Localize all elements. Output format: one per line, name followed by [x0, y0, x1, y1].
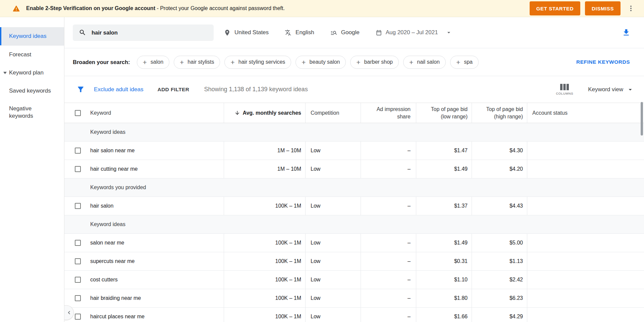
network-value: Google [341, 29, 360, 36]
sidebar-item-keyword-plan[interactable]: Keyword plan [0, 64, 64, 82]
row-checkbox[interactable] [75, 277, 81, 283]
top-of-page-bid-high-cell: $4.20 [472, 160, 527, 178]
table-row[interactable]: hair salon 100K – 1M Low – $1.37 $4.43 [64, 197, 644, 215]
row-checkbox[interactable] [75, 203, 81, 209]
ad-impression-share-cell: – [361, 160, 416, 178]
broaden-chip[interactable]: + hair styling services [224, 56, 291, 69]
table-row[interactable]: haircut places near me 100K – 1M Low – $… [64, 308, 644, 322]
ad-impression-share-cell: – [361, 252, 416, 270]
view-selector[interactable]: Keyword view [588, 86, 634, 93]
sidebar-item-keyword-ideas[interactable]: Keyword ideas [0, 27, 64, 45]
results-count: Showing 1,138 of 1,139 keyword ideas [204, 86, 308, 93]
search-box[interactable] [73, 24, 214, 41]
sidebar-item-label: Saved keywords [9, 88, 51, 94]
row-checkbox[interactable] [75, 295, 81, 301]
ad-impression-share-cell: – [361, 308, 416, 322]
table-header: Keyword Avg. monthly searches Competitio… [64, 103, 644, 123]
vertical-scrollbar-thumb[interactable] [641, 102, 643, 136]
avg-monthly-searches-cell: 100K – 1M [224, 271, 305, 289]
checkbox-cell [64, 289, 86, 307]
more-options-icon[interactable] [627, 5, 635, 12]
filter-bar: Exclude adult ideas ADD FILTER Showing 1… [64, 76, 644, 103]
plus-icon: + [302, 59, 306, 66]
row-checkbox[interactable] [75, 166, 81, 172]
table-row[interactable]: hair cutting near me 1M – 10M Low – $1.4… [64, 160, 644, 178]
sidebar-item-label: Keyword ideas [9, 33, 47, 40]
section-label: Keywords you provided [64, 184, 146, 191]
columns-button[interactable]: COLUMNS [556, 84, 573, 95]
table-row[interactable]: salon near me 100K – 1M Low – $1.49 $5.0… [64, 234, 644, 252]
header-top-of-page-bid-low[interactable]: Top of page bid (low range) [416, 103, 472, 123]
language-value: English [296, 29, 314, 36]
table-row[interactable]: hair braiding near me 100K – 1M Low – $1… [64, 289, 644, 308]
top-of-page-bid-high-cell: $4.30 [472, 142, 527, 160]
checkbox-cell [64, 197, 86, 215]
checkbox-cell [64, 160, 86, 178]
plus-icon: + [230, 59, 234, 66]
add-filter-button[interactable]: ADD FILTER [157, 87, 189, 93]
table-row[interactable]: hair salon near me 1M – 10M Low – $1.47 … [64, 142, 644, 160]
competition-cell: Low [305, 160, 361, 178]
location-setting[interactable]: United States [224, 29, 269, 36]
account-status-cell [527, 289, 644, 307]
refine-keywords-link[interactable]: REFINE KEYWORDS [576, 59, 630, 65]
header-competition[interactable]: Competition [305, 103, 361, 123]
keyword-cell: hair salon [86, 197, 224, 215]
header-ad-impression-share[interactable]: Ad impression share [361, 103, 416, 123]
sidebar: Keyword ideas Forecast Keyword plan Save… [0, 17, 64, 322]
row-checkbox[interactable] [75, 258, 81, 264]
competition-cell: Low [305, 271, 361, 289]
search-toolbar: United States English Google [64, 17, 644, 48]
network-setting[interactable]: Google [330, 29, 360, 36]
select-all-cell [64, 103, 86, 123]
header-account-status[interactable]: Account status [527, 103, 644, 123]
broaden-chip[interactable]: + spa [450, 56, 479, 69]
sidebar-item-forecast[interactable]: Forecast [0, 46, 64, 64]
sidebar-item-saved-keywords[interactable]: Saved keywords [0, 82, 64, 100]
broaden-chip[interactable]: + salon [137, 56, 170, 69]
top-of-page-bid-low-cell: $1.49 [416, 160, 472, 178]
table-row[interactable]: cost cutters 100K – 1M Low – $1.10 $2.42 [64, 271, 644, 289]
top-of-page-bid-high-cell: $6.23 [472, 289, 527, 307]
header-top-of-page-bid-high[interactable]: Top of page bid (high range) [472, 103, 527, 123]
checkbox-cell [64, 252, 86, 270]
download-icon [622, 28, 631, 37]
plus-icon: + [409, 59, 413, 66]
section-row: Keywords you provided [64, 178, 644, 197]
checkbox-cell [64, 271, 86, 289]
exclude-adult-ideas-link[interactable]: Exclude adult ideas [94, 86, 143, 93]
sidebar-item-negative-keywords[interactable]: Negative keywords [0, 100, 64, 125]
sort-descending-icon [234, 110, 240, 116]
row-checkbox[interactable] [75, 148, 81, 154]
date-range-setting[interactable]: Aug 2020 – Jul 2021 [376, 29, 452, 36]
broaden-chip[interactable]: + nail salon [403, 56, 446, 69]
header-avg-monthly-searches[interactable]: Avg. monthly searches [224, 103, 305, 123]
keyword-cell: hair braiding near me [86, 289, 224, 307]
broaden-chip[interactable]: + barber shop [350, 56, 399, 69]
filter-icon[interactable] [76, 85, 85, 94]
keyword-search-input[interactable] [92, 30, 208, 36]
competition-cell: Low [305, 197, 361, 215]
ad-impression-share-cell: – [361, 197, 416, 215]
keyword-cell: salon near me [86, 234, 224, 252]
broaden-chip[interactable]: + hair stylists [174, 56, 220, 69]
section-label: Keyword ideas [64, 129, 125, 135]
broaden-chip[interactable]: + beauty salon [296, 56, 346, 69]
select-all-checkbox[interactable] [75, 110, 81, 116]
row-checkbox[interactable] [75, 314, 81, 320]
dismiss-button[interactable]: DISMISS [585, 1, 621, 15]
row-checkbox[interactable] [75, 240, 81, 246]
keyword-planner-page: Enable 2-Step Verification on your Googl… [0, 0, 644, 322]
location-value: United States [234, 29, 269, 36]
language-setting[interactable]: English [285, 29, 314, 36]
banner-message-rest: - Protect your Google account against pa… [155, 5, 285, 11]
section-row: Keyword ideas [64, 123, 644, 142]
header-keyword[interactable]: Keyword [86, 103, 224, 123]
sidebar-item-label: Keyword plan [9, 69, 44, 76]
table-row[interactable]: supercuts near me 100K – 1M Low – $0.31 … [64, 252, 644, 271]
download-button[interactable] [622, 28, 631, 37]
chevron-down-icon [3, 72, 7, 74]
broaden-search-row: Broaden your search: + salon + hair styl… [64, 48, 644, 76]
get-started-button[interactable]: GET STARTED [530, 1, 580, 15]
view-controls: COLUMNS Keyword view [556, 84, 634, 95]
